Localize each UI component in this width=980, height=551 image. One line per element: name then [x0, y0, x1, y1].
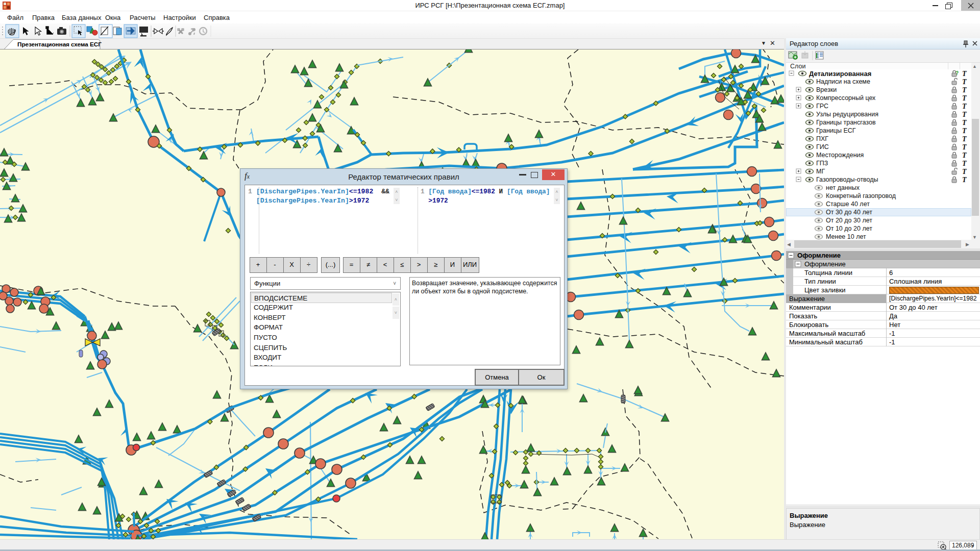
- svg-text:T: T: [962, 168, 967, 176]
- svg-text:T: T: [962, 78, 967, 86]
- svg-text:T: T: [962, 160, 967, 167]
- svg-text:T: T: [962, 86, 967, 94]
- svg-text:T: T: [962, 94, 967, 102]
- svg-text:T: T: [962, 176, 967, 184]
- svg-text:T: T: [962, 103, 967, 110]
- svg-text:T: T: [962, 135, 967, 143]
- svg-text:T: T: [962, 70, 967, 78]
- svg-text:T: T: [962, 119, 967, 127]
- svg-text:T: T: [962, 127, 967, 135]
- svg-text:T: T: [962, 152, 967, 159]
- svg-text:?: ?: [955, 70, 959, 76]
- svg-text:T: T: [962, 111, 967, 118]
- svg-text:T: T: [962, 143, 967, 151]
